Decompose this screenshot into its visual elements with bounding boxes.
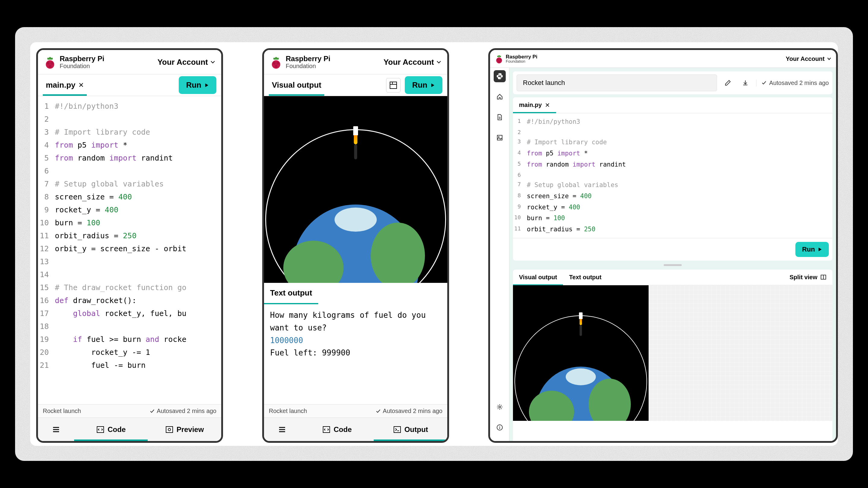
- info-icon: [496, 424, 503, 431]
- app-header: Raspberry Pi Foundation Your Account: [264, 50, 447, 74]
- download-icon: [742, 79, 749, 86]
- code-line: 18: [38, 320, 221, 333]
- image-icon: [496, 134, 503, 141]
- project-name-input[interactable]: Rocket launch: [517, 74, 717, 91]
- raspberry-pi-logo-icon: [495, 54, 503, 64]
- home-icon: [496, 93, 503, 100]
- svg-point-4: [47, 62, 50, 65]
- editor-tab-bar: main.py ✕ Run: [38, 74, 221, 96]
- file-icon: [496, 114, 503, 121]
- brand-title: Raspberry Pi: [60, 55, 104, 63]
- code-line: 8screen_size = 400: [38, 190, 221, 203]
- text-output-pane: [649, 285, 832, 421]
- chevron-down-icon: [210, 60, 215, 64]
- rocket-sprite: [353, 126, 358, 159]
- svg-rect-18: [394, 427, 401, 432]
- sidebar-home-button[interactable]: [494, 91, 506, 103]
- chevron-down-icon: [827, 57, 831, 61]
- download-button[interactable]: [739, 76, 752, 90]
- project-toolbar: Rocket launch Autosaved 2 mins ago: [513, 71, 832, 94]
- menu-button[interactable]: [264, 418, 300, 441]
- play-icon: [204, 83, 209, 88]
- run-button[interactable]: Run: [795, 242, 829, 257]
- code-icon: [322, 425, 331, 434]
- tablet-frame: Raspberry Pi Foundation Your Account: [488, 48, 838, 443]
- code-line: 6: [38, 164, 221, 177]
- split-view-toggle[interactable]: Split view: [784, 270, 832, 285]
- code-line: 14: [38, 268, 221, 281]
- autosave-status: Autosaved 2 mins ago: [756, 79, 829, 87]
- split-view-icon: [820, 274, 827, 280]
- tab-text-output[interactable]: Text output: [264, 283, 318, 304]
- brand-subtitle: Foundation: [60, 63, 104, 69]
- code-line: 11orbit_radius = 250: [513, 224, 832, 235]
- svg-rect-8: [166, 427, 173, 432]
- tab-visual-output[interactable]: Visual output: [269, 74, 324, 96]
- code-line: 12orbit_y = screen_size - orbit: [38, 242, 221, 255]
- status-bar: Rocket launch Autosaved 2 mins ago: [264, 404, 447, 418]
- close-icon[interactable]: ✕: [79, 82, 84, 89]
- raspberry-pi-logo-icon: [44, 55, 56, 69]
- play-icon: [430, 83, 435, 88]
- svg-point-20: [497, 59, 499, 61]
- visual-output-canvas: [513, 285, 649, 421]
- tab-text-output[interactable]: Text output: [563, 270, 607, 285]
- code-line: 10burn = 100: [513, 213, 832, 224]
- console-line: Fuel left: 999900: [270, 347, 441, 359]
- text-output-panel: Text output How many kilograms of fuel d…: [264, 283, 447, 364]
- tab-code[interactable]: Code: [300, 418, 374, 441]
- sidebar-expand-button[interactable]: [494, 442, 506, 443]
- code-line: 7# Setup global variables: [513, 180, 832, 191]
- sidebar-info-button[interactable]: [494, 421, 506, 433]
- sidebar-images-button[interactable]: [494, 132, 506, 144]
- code-line: 6: [513, 170, 832, 180]
- code-line: 5from random import randint: [38, 152, 221, 164]
- file-tab-main[interactable]: main.py ✕: [43, 74, 87, 96]
- code-line: 2: [513, 127, 832, 137]
- output-icon: [393, 425, 401, 434]
- tab-code[interactable]: Code: [74, 418, 148, 441]
- menu-button[interactable]: [38, 418, 74, 441]
- svg-rect-25: [497, 135, 502, 140]
- sidebar-python-button[interactable]: [494, 70, 506, 82]
- gear-icon: [496, 404, 503, 410]
- fullscreen-button[interactable]: [386, 78, 401, 93]
- svg-point-5: [50, 62, 53, 65]
- account-dropdown[interactable]: Your Account: [383, 58, 441, 67]
- sidebar-settings-button[interactable]: [494, 401, 506, 413]
- tab-visual-output[interactable]: Visual output: [513, 270, 563, 285]
- svg-point-9: [168, 428, 170, 431]
- svg-rect-14: [390, 82, 397, 89]
- close-icon[interactable]: ✕: [545, 101, 550, 109]
- resize-handle[interactable]: [664, 264, 682, 266]
- raspberry-pi-logo-icon: [270, 55, 282, 69]
- file-tab-main[interactable]: main.py ✕: [513, 97, 556, 113]
- rename-button[interactable]: [721, 76, 735, 90]
- code-line: 9rocket_y = 400: [38, 203, 221, 216]
- layout-icon: [390, 82, 397, 89]
- code-line: 17 global rocket_y, fuel, bu: [38, 307, 221, 320]
- svg-point-22: [498, 61, 500, 63]
- code-line: 4from p5 import *: [38, 138, 221, 152]
- console-output: How many kilograms of fuel do you want t…: [264, 304, 447, 364]
- run-button[interactable]: Run: [179, 76, 216, 94]
- sidebar-files-button[interactable]: [494, 111, 506, 123]
- code-editor[interactable]: 1#!/bin/python323# Import library code4f…: [513, 113, 832, 238]
- autosave-status: Autosaved 2 mins ago: [150, 408, 216, 415]
- svg-point-21: [499, 59, 501, 61]
- bottom-tab-bar: Code Preview: [38, 418, 221, 441]
- tab-output[interactable]: Output: [374, 418, 447, 441]
- mobile-code-frame: Raspberry Pi Foundation Your Account mai…: [36, 48, 223, 443]
- code-editor[interactable]: 1#!/bin/python323# Import library code4f…: [38, 96, 221, 375]
- python-icon: [496, 73, 503, 80]
- editor-card: main.py ✕ 1#!/bin/python323# Import libr…: [513, 97, 832, 261]
- code-line: 10burn = 100: [38, 216, 221, 229]
- sidebar: [490, 68, 509, 443]
- pencil-icon: [724, 79, 731, 86]
- account-dropdown[interactable]: Your Account: [786, 56, 831, 62]
- output-tab-bar: Visual output Run: [264, 74, 447, 96]
- tab-preview[interactable]: Preview: [148, 418, 221, 441]
- run-button[interactable]: Run: [405, 76, 442, 94]
- hamburger-icon: [278, 425, 286, 434]
- account-dropdown[interactable]: Your Account: [157, 58, 215, 67]
